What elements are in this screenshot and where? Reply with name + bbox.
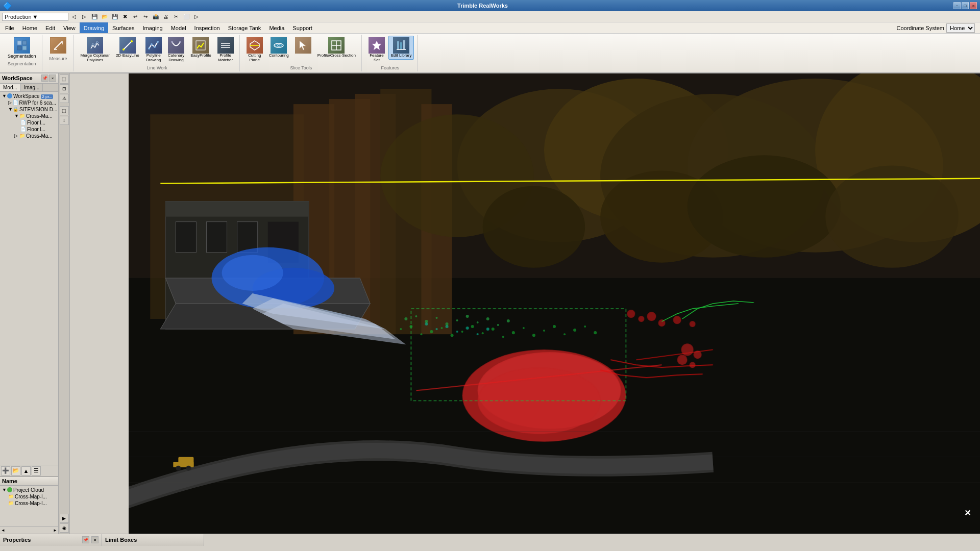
easyprofile-button[interactable]: EasyProfile bbox=[188, 36, 213, 60]
catenary-drawing-icon bbox=[168, 37, 184, 54]
tree-crossmap-l1[interactable]: 📁 Cross-Map-l... bbox=[1, 493, 57, 500]
rwp-icon: 📄 bbox=[13, 100, 18, 105]
measure-button[interactable] bbox=[47, 36, 69, 55]
tree-item-crossmap1[interactable]: ▼ 📁 Cross-Ma... bbox=[1, 113, 57, 119]
qa-back-button[interactable]: ◁ bbox=[69, 12, 79, 21]
tree-item-rwp[interactable]: ▷ 📄 RWP for 6 sca... bbox=[1, 99, 57, 106]
app-title: Trimble RealWorks bbox=[12, 3, 953, 9]
tree-item-crossmap2[interactable]: ▷ 📁 Cross-Ma... bbox=[1, 133, 57, 139]
project-dropdown[interactable]: Production ▼ bbox=[2, 13, 68, 21]
mid-expand-btn[interactable]: ▶ bbox=[60, 514, 69, 523]
svg-point-111 bbox=[677, 355, 688, 365]
profile-matcher-button[interactable]: ProfileMatcher bbox=[215, 36, 236, 64]
cursor-tool-button[interactable] bbox=[292, 36, 314, 55]
ws-close-button[interactable]: × bbox=[49, 74, 56, 82]
ws-pin-button[interactable]: 📌 bbox=[41, 74, 48, 82]
lower-panel-header: Name bbox=[0, 477, 58, 486]
edit-library-button[interactable]: Edit Library bbox=[388, 36, 414, 60]
qa-forward-button[interactable]: ▷ bbox=[80, 12, 89, 21]
menu-inspection[interactable]: Inspection bbox=[190, 22, 224, 33]
tab-imaging[interactable]: Imag... bbox=[21, 84, 43, 91]
contouring-button[interactable]: Contouring bbox=[266, 36, 291, 60]
polyline-drawing-button[interactable]: PolylineDrawing bbox=[143, 36, 164, 64]
qa-cut-button[interactable]: ✂ bbox=[172, 12, 181, 21]
profile-matcher-icon bbox=[217, 37, 234, 54]
merge-coplanar-button[interactable]: Merge CoplanarPolylines bbox=[78, 36, 112, 64]
tb-more-button[interactable]: ☰ bbox=[32, 466, 41, 475]
menu-drawing[interactable]: Drawing bbox=[80, 22, 108, 33]
svg-point-124 bbox=[456, 331, 458, 333]
svg-point-126 bbox=[477, 333, 479, 335]
qa-save2-button[interactable]: 💾 bbox=[110, 12, 119, 21]
tb-add-button[interactable]: ➕ bbox=[1, 466, 10, 475]
scroll-left-button[interactable]: ◄ bbox=[1, 528, 5, 533]
svg-point-93 bbox=[553, 325, 556, 328]
mid-btn-3[interactable]: ⚠ bbox=[60, 94, 69, 103]
svg-point-11 bbox=[151, 43, 153, 45]
menu-media[interactable]: Media bbox=[265, 22, 288, 33]
mid-collapse-btn[interactable]: ◉ bbox=[60, 523, 69, 533]
menu-file[interactable]: File bbox=[1, 22, 18, 33]
tree-item-floor2[interactable]: 📄 Floor l... bbox=[1, 126, 57, 133]
tab-model[interactable]: Mod... bbox=[0, 84, 21, 91]
profile-cross-section-button[interactable]: Profile/Cross-Section bbox=[315, 36, 358, 60]
qa-save-button[interactable]: 💾 bbox=[90, 12, 99, 21]
qa-open-button[interactable]: 📂 bbox=[100, 12, 109, 21]
tree-project-cloud[interactable]: ▼ Project Cloud bbox=[1, 487, 57, 493]
segmentation-button[interactable]: Segmentation bbox=[5, 36, 39, 60]
2d-easyline-button[interactable]: 2D-EasyLine bbox=[113, 36, 142, 60]
mid-btn-1[interactable]: ⬚ bbox=[60, 74, 69, 84]
maximize-button[interactable]: □ bbox=[962, 2, 969, 9]
mid-btn-2[interactable]: ⊡ bbox=[60, 84, 69, 93]
svg-point-97 bbox=[594, 331, 597, 334]
cutting-plane-button[interactable]: CuttingPlane bbox=[244, 36, 265, 64]
name-tree: ▼ Project Cloud 📁 Cross-Map-l... 📁 Cross… bbox=[0, 486, 58, 527]
title-bar: 🔷 Trimble RealWorks − □ × bbox=[0, 0, 980, 11]
properties-close-button[interactable]: × bbox=[91, 536, 99, 543]
feature-set-icon bbox=[369, 37, 385, 54]
close-button[interactable]: × bbox=[970, 2, 977, 9]
tree-item-sitevision[interactable]: ▼ 🔒 SITEVISION D... bbox=[1, 106, 57, 113]
tree-crossmap-l2[interactable]: 📁 Cross-Map-l... bbox=[1, 500, 57, 507]
svg-rect-55 bbox=[206, 221, 227, 252]
qa-screenshot-button[interactable]: 📸 bbox=[151, 12, 160, 21]
menu-surfaces[interactable]: Surfaces bbox=[108, 22, 138, 33]
menu-view[interactable]: View bbox=[59, 22, 80, 33]
qa-select-button[interactable]: ⬜ bbox=[182, 12, 191, 21]
menu-support[interactable]: Support bbox=[288, 22, 316, 33]
mid-btn-5[interactable]: ↕ bbox=[60, 116, 69, 125]
qa-undo-button[interactable]: ↩ bbox=[131, 12, 140, 21]
svg-point-106 bbox=[690, 321, 696, 327]
panel-sub-tabs: Mod... Imag... bbox=[0, 84, 58, 92]
ribbon-group-linework: Merge CoplanarPolylines 2D-EasyLine Poly… bbox=[75, 35, 240, 71]
qa-close-button[interactable]: ✖ bbox=[120, 12, 130, 21]
cm2-expand-icon: ▷ bbox=[14, 133, 19, 138]
tb-up-button[interactable]: ▲ bbox=[21, 466, 31, 475]
slice-tools-group-label: Slice Tools bbox=[290, 65, 312, 70]
svg-rect-30 bbox=[397, 41, 399, 49]
name-label: Name bbox=[2, 478, 17, 484]
viewport-close-button[interactable]: ✕ bbox=[962, 508, 972, 518]
svg-marker-29 bbox=[372, 41, 381, 50]
menu-home[interactable]: Home bbox=[18, 22, 41, 33]
tree-floor1-label: Floor l... bbox=[27, 120, 45, 126]
scroll-right-button[interactable]: ► bbox=[53, 528, 57, 533]
menu-edit[interactable]: Edit bbox=[41, 22, 59, 33]
mid-btn-4[interactable]: ⬚ bbox=[60, 106, 69, 115]
coord-system-select[interactable]: Home bbox=[946, 23, 975, 33]
catenary-drawing-button[interactable]: CatenaryDrawing bbox=[165, 36, 187, 64]
minimize-button[interactable]: − bbox=[953, 2, 961, 9]
tree-item-workspace[interactable]: ▼ WorkSpace 2 pr... bbox=[1, 93, 57, 99]
tb-folder-button[interactable]: 📂 bbox=[11, 466, 20, 475]
qa-more-button[interactable]: ▷ bbox=[192, 12, 201, 21]
svg-rect-56 bbox=[237, 221, 258, 252]
properties-pin-button[interactable]: 📌 bbox=[82, 536, 89, 543]
qa-redo-button[interactable]: ↪ bbox=[141, 12, 150, 21]
tree-item-floor1[interactable]: 📄 Floor l... bbox=[1, 119, 57, 126]
qa-print-button[interactable]: 🖨 bbox=[161, 12, 170, 21]
menu-model[interactable]: Model bbox=[167, 22, 190, 33]
feature-set-button[interactable]: FeatureSet bbox=[366, 36, 387, 64]
menu-storage-tank[interactable]: Storage Tank bbox=[224, 22, 265, 33]
viewport[interactable]: ✕ bbox=[129, 73, 980, 534]
menu-imaging[interactable]: Imaging bbox=[138, 22, 166, 33]
